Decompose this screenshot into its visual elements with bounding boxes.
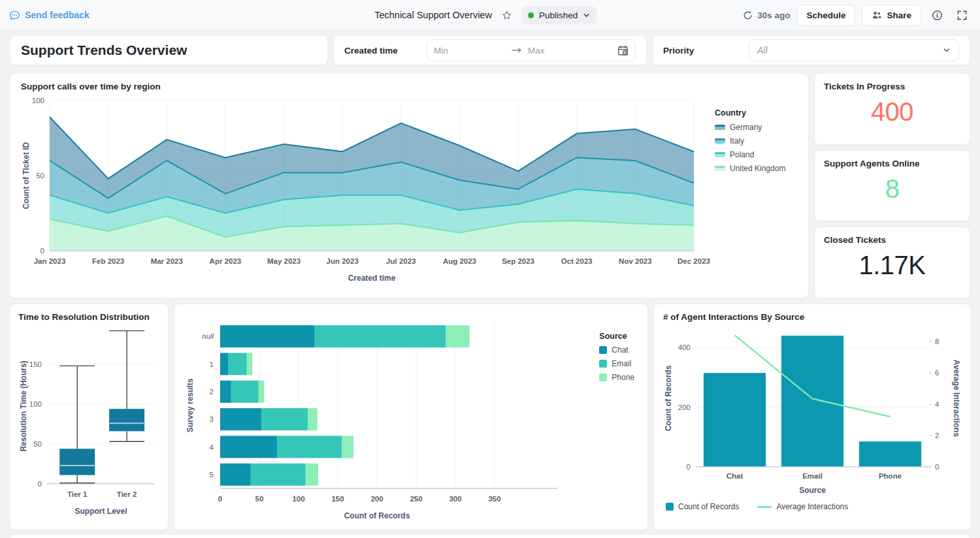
calendar-icon[interactable] xyxy=(617,45,629,56)
chart-title: # of Agent Interactions By Source xyxy=(663,312,962,322)
svg-text:Sep 2023: Sep 2023 xyxy=(502,257,534,265)
stat-value: 8 xyxy=(885,174,900,204)
stacked-bar-card: null12345050100150200250300350Count of R… xyxy=(174,304,648,530)
legend-title: Source xyxy=(599,332,634,341)
legend-item-count-of-records[interactable]: Count of Records xyxy=(666,502,739,511)
svg-text:Jul 2023: Jul 2023 xyxy=(386,257,416,265)
stat-value: 1.17K xyxy=(858,251,925,280)
svg-text:5: 5 xyxy=(210,471,214,479)
legend-item-italy[interactable]: Italy xyxy=(715,136,785,146)
legend-line-swatch xyxy=(757,506,772,508)
svg-text:4: 4 xyxy=(210,443,214,451)
legend-swatch xyxy=(666,503,674,511)
area-chart[interactable]: 050100Jan 2023Feb 2023Mar 2023Apr 2023Ma… xyxy=(21,91,798,285)
svg-text:Resolution Time (Hours): Resolution Time (Hours) xyxy=(19,360,28,451)
legend-item-united-kingdom[interactable]: United Kingdom xyxy=(715,164,785,173)
published-label: Published xyxy=(539,10,578,20)
published-status-dot xyxy=(528,12,534,18)
legend-item-germany[interactable]: Germany xyxy=(715,123,785,132)
fullscreen-icon[interactable] xyxy=(953,6,971,24)
svg-text:Apr 2023: Apr 2023 xyxy=(210,257,242,265)
svg-text:Mar 2023: Mar 2023 xyxy=(151,257,183,265)
svg-text:Source: Source xyxy=(799,486,826,495)
svg-text:Email: Email xyxy=(802,472,823,480)
svg-text:50: 50 xyxy=(36,172,44,180)
combo-legend: Count of RecordsAverage Interactions xyxy=(663,499,962,511)
min-date-input[interactable] xyxy=(434,46,506,55)
filter-row: Support Trends Overview Created time Pri… xyxy=(10,35,970,65)
legend-swatch xyxy=(599,346,607,354)
legend-title: Country xyxy=(715,108,785,118)
svg-text:200: 200 xyxy=(678,404,691,411)
legend-swatch xyxy=(715,125,725,130)
legend-item-phone[interactable]: Phone xyxy=(599,373,634,382)
svg-text:Jun 2023: Jun 2023 xyxy=(327,257,359,265)
chart-title: Support calls over time by region xyxy=(21,82,798,91)
share-people-icon xyxy=(872,10,882,20)
priority-filter: Priority All xyxy=(652,35,970,65)
svg-text:8: 8 xyxy=(935,338,939,345)
svg-text:Count of Records: Count of Records xyxy=(344,511,410,520)
svg-text:150: 150 xyxy=(331,495,344,503)
boxplot-card: Time to Resolution Distribution Tier 1Ti… xyxy=(10,304,169,530)
stat-card-closed-tickets[interactable]: Closed Tickets 1.17K xyxy=(814,227,970,298)
svg-text:Dec 2023: Dec 2023 xyxy=(678,257,710,265)
svg-text:Tier 1: Tier 1 xyxy=(67,490,88,498)
svg-text:0: 0 xyxy=(41,247,44,255)
svg-text:May 2023: May 2023 xyxy=(267,257,301,265)
share-button[interactable]: Share xyxy=(862,5,921,26)
svg-text:Tier 2: Tier 2 xyxy=(117,490,137,498)
legend-item-average-interactions[interactable]: Average Interactions xyxy=(757,502,848,511)
svg-text:2: 2 xyxy=(210,388,214,396)
svg-text:250: 250 xyxy=(410,495,422,503)
feedback-bubble-icon xyxy=(9,10,20,21)
legend-item-poland[interactable]: Poland xyxy=(715,150,785,159)
stacked-bar-chart[interactable]: null12345050100150200250300350Count of R… xyxy=(184,312,638,525)
svg-text:50: 50 xyxy=(33,440,42,448)
max-date-input[interactable] xyxy=(528,46,600,55)
priority-label: Priority xyxy=(663,46,694,55)
info-icon[interactable] xyxy=(928,6,946,24)
svg-text:100: 100 xyxy=(32,97,44,104)
svg-text:Average Interactions: Average Interactions xyxy=(952,360,961,437)
svg-text:Feb 2023: Feb 2023 xyxy=(92,257,124,265)
date-range-input[interactable] xyxy=(427,39,636,61)
boxplot-chart[interactable]: Tier 1Tier 2050100150Support LevelResolu… xyxy=(18,322,160,520)
legend-swatch xyxy=(715,152,725,157)
stat-card-support-agents-online[interactable]: Support Agents Online 8 xyxy=(814,150,970,222)
svg-text:null: null xyxy=(202,332,214,340)
send-feedback-link[interactable]: Send feedback xyxy=(9,10,90,21)
svg-text:Oct 2023: Oct 2023 xyxy=(561,257,593,265)
stat-label: Support Agents Online xyxy=(824,159,960,168)
range-arrow-icon xyxy=(511,46,523,54)
svg-text:300: 300 xyxy=(449,495,461,503)
svg-text:Count of Records: Count of Records xyxy=(664,365,673,431)
svg-text:0: 0 xyxy=(687,463,691,471)
priority-value: All xyxy=(757,45,768,55)
svg-text:Nov 2023: Nov 2023 xyxy=(619,257,652,265)
svg-text:50: 50 xyxy=(255,495,264,503)
combo-chart[interactable]: ChatEmailPhone020040002468SourceCount of… xyxy=(663,322,962,499)
top-bar: Send feedback Technical Support Overview… xyxy=(0,0,980,31)
legend-swatch xyxy=(715,138,725,144)
refresh-button[interactable]: 30s ago xyxy=(743,10,790,20)
svg-text:2: 2 xyxy=(935,432,939,439)
svg-text:Aug 2023: Aug 2023 xyxy=(443,257,476,265)
svg-text:4: 4 xyxy=(935,400,939,408)
legend-item-email[interactable]: Email xyxy=(599,359,634,368)
hbar-legend: SourceChatEmailPhone xyxy=(599,332,634,387)
bottom-row: Time to Resolution Distribution Tier 1Ti… xyxy=(10,304,970,530)
svg-text:3: 3 xyxy=(210,415,214,423)
svg-text:Count of Ticket ID: Count of Ticket ID xyxy=(22,142,31,209)
priority-select[interactable]: All xyxy=(749,39,959,61)
schedule-button[interactable]: Schedule xyxy=(796,5,855,26)
legend-swatch xyxy=(599,360,607,368)
svg-text:Chat: Chat xyxy=(727,472,743,480)
svg-text:200: 200 xyxy=(370,495,383,503)
stat-card-tickets-in-progress[interactable]: Tickets In Progress 400 xyxy=(814,73,970,145)
svg-text:Support Level: Support Level xyxy=(74,507,127,516)
legend-item-chat[interactable]: Chat xyxy=(599,345,634,355)
favorite-star-icon[interactable] xyxy=(501,10,512,21)
legend-swatch xyxy=(599,373,607,381)
published-dropdown[interactable]: Published xyxy=(521,7,596,24)
